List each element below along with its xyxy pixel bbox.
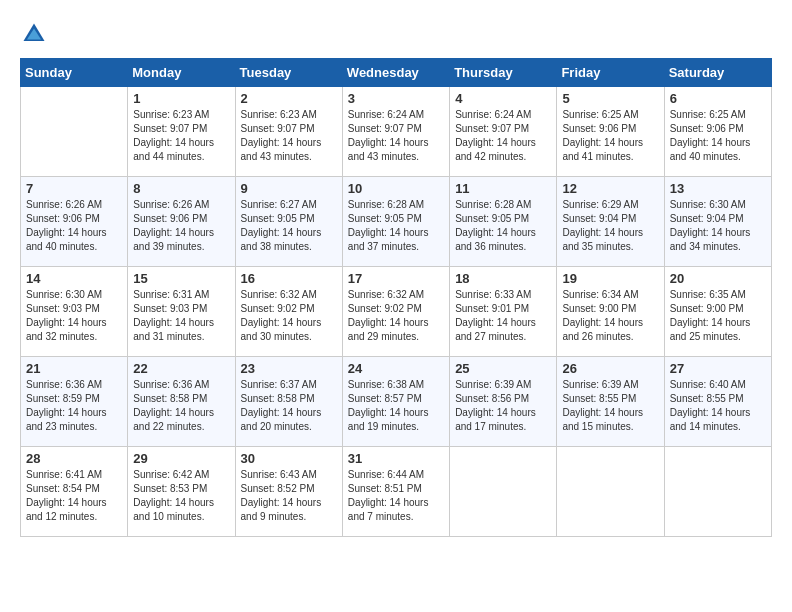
calendar-cell: 30Sunrise: 6:43 AMSunset: 8:52 PMDayligh… [235,447,342,537]
day-number: 24 [348,361,444,376]
calendar-cell: 28Sunrise: 6:41 AMSunset: 8:54 PMDayligh… [21,447,128,537]
calendar-cell [21,87,128,177]
calendar-week-row: 28Sunrise: 6:41 AMSunset: 8:54 PMDayligh… [21,447,772,537]
calendar-cell: 15Sunrise: 6:31 AMSunset: 9:03 PMDayligh… [128,267,235,357]
day-number: 1 [133,91,229,106]
calendar-cell: 13Sunrise: 6:30 AMSunset: 9:04 PMDayligh… [664,177,771,267]
day-number: 2 [241,91,337,106]
calendar-cell [664,447,771,537]
calendar-cell: 6Sunrise: 6:25 AMSunset: 9:06 PMDaylight… [664,87,771,177]
calendar-cell: 10Sunrise: 6:28 AMSunset: 9:05 PMDayligh… [342,177,449,267]
day-number: 12 [562,181,658,196]
calendar-cell: 25Sunrise: 6:39 AMSunset: 8:56 PMDayligh… [450,357,557,447]
cell-sun-info: Sunrise: 6:36 AMSunset: 8:59 PMDaylight:… [26,378,122,434]
day-number: 10 [348,181,444,196]
cell-sun-info: Sunrise: 6:39 AMSunset: 8:56 PMDaylight:… [455,378,551,434]
calendar-cell: 1Sunrise: 6:23 AMSunset: 9:07 PMDaylight… [128,87,235,177]
calendar-cell: 29Sunrise: 6:42 AMSunset: 8:53 PMDayligh… [128,447,235,537]
day-number: 15 [133,271,229,286]
day-number: 16 [241,271,337,286]
calendar-cell: 19Sunrise: 6:34 AMSunset: 9:00 PMDayligh… [557,267,664,357]
calendar-cell [450,447,557,537]
day-number: 31 [348,451,444,466]
day-number: 3 [348,91,444,106]
day-number: 7 [26,181,122,196]
calendar-cell: 26Sunrise: 6:39 AMSunset: 8:55 PMDayligh… [557,357,664,447]
cell-sun-info: Sunrise: 6:32 AMSunset: 9:02 PMDaylight:… [348,288,444,344]
calendar-cell: 5Sunrise: 6:25 AMSunset: 9:06 PMDaylight… [557,87,664,177]
header-wednesday: Wednesday [342,59,449,87]
calendar-cell: 27Sunrise: 6:40 AMSunset: 8:55 PMDayligh… [664,357,771,447]
calendar-cell: 2Sunrise: 6:23 AMSunset: 9:07 PMDaylight… [235,87,342,177]
header-monday: Monday [128,59,235,87]
cell-sun-info: Sunrise: 6:32 AMSunset: 9:02 PMDaylight:… [241,288,337,344]
page-header [20,20,772,48]
calendar-cell: 17Sunrise: 6:32 AMSunset: 9:02 PMDayligh… [342,267,449,357]
day-number: 20 [670,271,766,286]
day-number: 27 [670,361,766,376]
cell-sun-info: Sunrise: 6:35 AMSunset: 9:00 PMDaylight:… [670,288,766,344]
day-number: 28 [26,451,122,466]
header-friday: Friday [557,59,664,87]
day-number: 30 [241,451,337,466]
logo [20,20,52,48]
cell-sun-info: Sunrise: 6:41 AMSunset: 8:54 PMDaylight:… [26,468,122,524]
day-number: 21 [26,361,122,376]
calendar-week-row: 21Sunrise: 6:36 AMSunset: 8:59 PMDayligh… [21,357,772,447]
day-number: 13 [670,181,766,196]
calendar-cell: 3Sunrise: 6:24 AMSunset: 9:07 PMDaylight… [342,87,449,177]
cell-sun-info: Sunrise: 6:24 AMSunset: 9:07 PMDaylight:… [348,108,444,164]
calendar-cell: 16Sunrise: 6:32 AMSunset: 9:02 PMDayligh… [235,267,342,357]
cell-sun-info: Sunrise: 6:34 AMSunset: 9:00 PMDaylight:… [562,288,658,344]
header-tuesday: Tuesday [235,59,342,87]
day-number: 19 [562,271,658,286]
cell-sun-info: Sunrise: 6:31 AMSunset: 9:03 PMDaylight:… [133,288,229,344]
day-number: 29 [133,451,229,466]
day-number: 17 [348,271,444,286]
cell-sun-info: Sunrise: 6:26 AMSunset: 9:06 PMDaylight:… [26,198,122,254]
calendar-table: SundayMondayTuesdayWednesdayThursdayFrid… [20,58,772,537]
cell-sun-info: Sunrise: 6:28 AMSunset: 9:05 PMDaylight:… [455,198,551,254]
cell-sun-info: Sunrise: 6:39 AMSunset: 8:55 PMDaylight:… [562,378,658,434]
day-number: 18 [455,271,551,286]
day-number: 22 [133,361,229,376]
cell-sun-info: Sunrise: 6:23 AMSunset: 9:07 PMDaylight:… [241,108,337,164]
calendar-cell: 8Sunrise: 6:26 AMSunset: 9:06 PMDaylight… [128,177,235,267]
calendar-cell: 14Sunrise: 6:30 AMSunset: 9:03 PMDayligh… [21,267,128,357]
cell-sun-info: Sunrise: 6:30 AMSunset: 9:03 PMDaylight:… [26,288,122,344]
cell-sun-info: Sunrise: 6:44 AMSunset: 8:51 PMDaylight:… [348,468,444,524]
day-number: 11 [455,181,551,196]
day-number: 4 [455,91,551,106]
day-number: 25 [455,361,551,376]
cell-sun-info: Sunrise: 6:25 AMSunset: 9:06 PMDaylight:… [562,108,658,164]
calendar-cell: 21Sunrise: 6:36 AMSunset: 8:59 PMDayligh… [21,357,128,447]
day-number: 6 [670,91,766,106]
cell-sun-info: Sunrise: 6:42 AMSunset: 8:53 PMDaylight:… [133,468,229,524]
calendar-cell: 11Sunrise: 6:28 AMSunset: 9:05 PMDayligh… [450,177,557,267]
header-saturday: Saturday [664,59,771,87]
calendar-week-row: 7Sunrise: 6:26 AMSunset: 9:06 PMDaylight… [21,177,772,267]
calendar-week-row: 14Sunrise: 6:30 AMSunset: 9:03 PMDayligh… [21,267,772,357]
cell-sun-info: Sunrise: 6:28 AMSunset: 9:05 PMDaylight:… [348,198,444,254]
day-number: 26 [562,361,658,376]
cell-sun-info: Sunrise: 6:23 AMSunset: 9:07 PMDaylight:… [133,108,229,164]
calendar-cell: 4Sunrise: 6:24 AMSunset: 9:07 PMDaylight… [450,87,557,177]
cell-sun-info: Sunrise: 6:36 AMSunset: 8:58 PMDaylight:… [133,378,229,434]
day-number: 14 [26,271,122,286]
calendar-cell: 31Sunrise: 6:44 AMSunset: 8:51 PMDayligh… [342,447,449,537]
calendar-cell: 23Sunrise: 6:37 AMSunset: 8:58 PMDayligh… [235,357,342,447]
calendar-cell: 7Sunrise: 6:26 AMSunset: 9:06 PMDaylight… [21,177,128,267]
day-number: 23 [241,361,337,376]
calendar-header-row: SundayMondayTuesdayWednesdayThursdayFrid… [21,59,772,87]
cell-sun-info: Sunrise: 6:27 AMSunset: 9:05 PMDaylight:… [241,198,337,254]
cell-sun-info: Sunrise: 6:24 AMSunset: 9:07 PMDaylight:… [455,108,551,164]
calendar-cell: 22Sunrise: 6:36 AMSunset: 8:58 PMDayligh… [128,357,235,447]
calendar-cell: 12Sunrise: 6:29 AMSunset: 9:04 PMDayligh… [557,177,664,267]
calendar-cell: 9Sunrise: 6:27 AMSunset: 9:05 PMDaylight… [235,177,342,267]
calendar-week-row: 1Sunrise: 6:23 AMSunset: 9:07 PMDaylight… [21,87,772,177]
calendar-cell: 24Sunrise: 6:38 AMSunset: 8:57 PMDayligh… [342,357,449,447]
logo-icon [20,20,48,48]
cell-sun-info: Sunrise: 6:26 AMSunset: 9:06 PMDaylight:… [133,198,229,254]
cell-sun-info: Sunrise: 6:29 AMSunset: 9:04 PMDaylight:… [562,198,658,254]
calendar-cell: 20Sunrise: 6:35 AMSunset: 9:00 PMDayligh… [664,267,771,357]
